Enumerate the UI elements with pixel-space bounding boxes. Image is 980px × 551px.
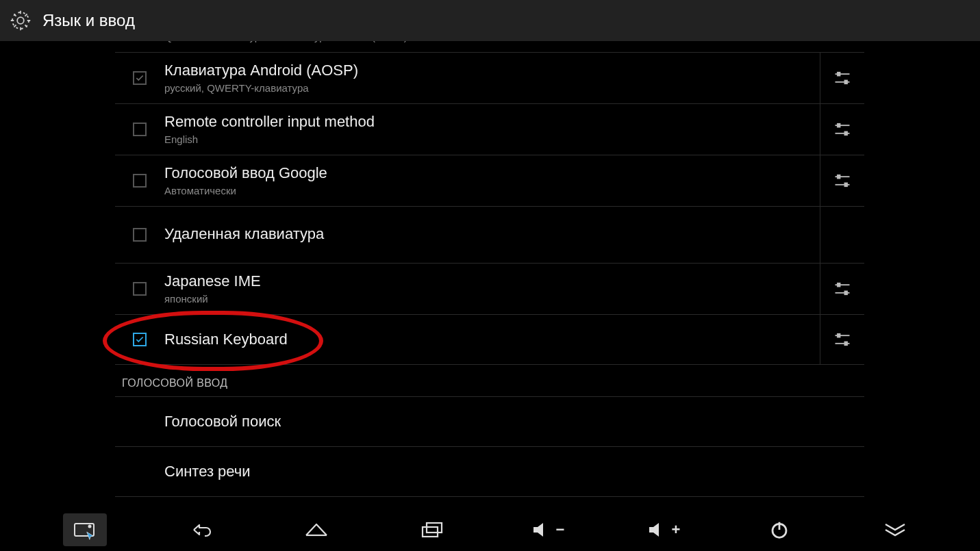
item-title: Remote controller input method	[164, 112, 820, 132]
settings-sliders-button[interactable]	[820, 53, 864, 103]
settings-sliders-button[interactable]	[820, 264, 864, 314]
item-title: Удаленная клавиатура	[164, 225, 820, 244]
system-navbar: − +	[0, 508, 980, 551]
item-title: Russian Keyboard	[164, 330, 820, 350]
checkbox-icon[interactable]	[133, 228, 147, 242]
minus-icon: −	[556, 521, 565, 539]
keyboard-item-android-aosp[interactable]: Клавиатура Android (AOSP) русский, QWERT…	[115, 53, 864, 104]
svg-rect-16	[838, 283, 840, 287]
nav-back-button[interactable]	[179, 513, 223, 546]
svg-rect-4	[838, 72, 840, 75]
section-header-mouse: МЫШЬ И СЕНСОРНАЯ ПАНЕЛЬ	[115, 497, 864, 508]
item-subtitle: Автоматически	[164, 184, 820, 198]
voice-item-search[interactable]: Голосовой поиск	[115, 397, 864, 447]
keyboard-item-japanese-ime[interactable]: Japanese IME японский	[115, 264, 864, 315]
svg-rect-5	[845, 80, 848, 84]
item-title: Голосовой поиск	[164, 412, 864, 432]
settings-content: QWERTY-клавиатура - Клавиатура Android (…	[0, 41, 980, 508]
checkbox-icon[interactable]	[133, 282, 147, 296]
keyboard-item-remote-controller[interactable]: Remote controller input method English	[115, 104, 864, 155]
settings-sliders-button[interactable]	[820, 315, 864, 364]
header-bar: Язык и ввод	[0, 0, 980, 42]
nav-recents-button[interactable]	[410, 513, 454, 546]
item-title: Голосовой ввод Google	[164, 164, 820, 183]
svg-rect-21	[845, 342, 848, 345]
keyboard-item-default[interactable]: QWERTY-клавиатура - Клавиатура Android (…	[115, 41, 864, 53]
svg-rect-13	[845, 183, 848, 186]
nav-volume-down-button[interactable]: −	[526, 513, 570, 546]
svg-rect-20	[838, 334, 840, 337]
nav-collapse-button[interactable]	[873, 513, 917, 546]
section-header-voice: ГОЛОСОВОЙ ВВОД	[115, 365, 864, 397]
item-title: Клавиатура Android (AOSP)	[164, 61, 820, 81]
item-title: Japanese IME	[164, 272, 820, 292]
keyboard-item-remote-keyboard[interactable]: Удаленная клавиатура	[115, 207, 864, 264]
svg-rect-17	[845, 291, 848, 294]
checkbox-icon[interactable]	[133, 333, 147, 346]
settings-sliders-placeholder	[820, 207, 864, 263]
voice-item-tts[interactable]: Синтез речи	[115, 447, 864, 497]
svg-point-23	[89, 525, 91, 527]
settings-sliders-button[interactable]	[820, 155, 864, 206]
item-subtitle: русский, QWERTY-клавиатура	[164, 81, 820, 95]
svg-point-0	[17, 17, 24, 24]
keyboard-item-google-voice[interactable]: Голосовой ввод Google Автоматически	[115, 155, 864, 207]
plus-icon: +	[672, 521, 681, 539]
nav-screenshot-button[interactable]	[63, 513, 107, 546]
page-title: Язык и ввод	[42, 11, 135, 30]
nav-volume-up-button[interactable]: +	[642, 513, 686, 546]
svg-rect-9	[845, 131, 848, 135]
settings-sliders-button[interactable]	[820, 104, 864, 155]
item-subtitle: English	[164, 133, 820, 146]
svg-rect-8	[838, 123, 840, 127]
keyboard-item-russian-keyboard[interactable]: Russian Keyboard	[115, 315, 864, 365]
item-subtitle: японский	[164, 292, 820, 306]
nav-home-button[interactable]	[294, 513, 338, 546]
checkbox-icon[interactable]	[133, 123, 147, 136]
item-title: Синтез речи	[164, 462, 864, 482]
checkbox-icon[interactable]	[133, 71, 147, 85]
checkbox-icon[interactable]	[133, 174, 147, 188]
svg-rect-12	[838, 175, 840, 179]
item-subtitle: QWERTY-клавиатура - Клавиатура Android (…	[164, 41, 864, 44]
gear-icon	[7, 7, 34, 34]
nav-power-button[interactable]	[757, 513, 801, 546]
